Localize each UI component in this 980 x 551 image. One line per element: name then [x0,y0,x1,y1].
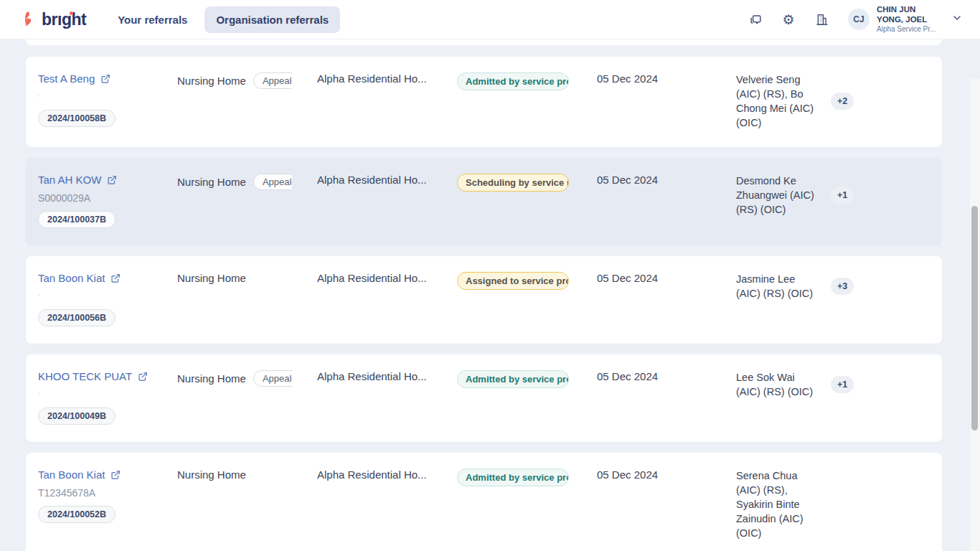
external-link-icon[interactable] [107,175,117,185]
chat-icon[interactable] [748,11,763,27]
status-badge: Admitted by service provider [457,72,569,90]
referral-row[interactable]: Tan Boon Kiat - 2024/100056B Nursing Hom… [26,256,942,344]
patient-id: T12345678A [38,487,169,499]
referral-date: 05 Dec 2024 [597,72,658,85]
external-link-icon[interactable] [100,74,110,84]
previous-card-partial [26,39,942,45]
facility-name: Alpha Residential Ho... [317,174,448,186]
status-badge: Scheduling by service provider [457,174,569,192]
service-type: Nursing Home [177,372,246,385]
more-staff-badge[interactable]: +1 [831,187,854,204]
patient-id: - [38,389,169,400]
logo-i-dot [70,11,73,15]
referral-number-badge: 2024/100058B [38,110,116,127]
patient-cell: KHOO TECK PUAT - 2024/100049B [26,370,177,425]
patient-name-link[interactable]: Tan AH KOW [38,174,101,186]
referral-list: Test A Beng - 2024/100058B Nursing Home … [0,39,980,551]
referral-number-badge: 2024/100056B [38,309,116,326]
service-type-cell: Nursing Home Appealed [177,72,292,89]
facility-name: Alpha Residential Ho... [317,272,448,284]
service-type: Nursing Home [177,272,246,284]
more-staff-badge[interactable]: +1 [831,376,854,393]
facility-name: Alpha Residential Ho... [317,468,448,481]
staff-names: Desmond Ke Zhuangwei (AIC) (RS) (OIC) [736,174,818,217]
external-link-icon[interactable] [110,470,121,480]
user-menu[interactable]: CJ CHIN JUN YONG, JOEL Alpha Service Pr.… [848,5,963,34]
header-right-cluster: ⚙ CJ CHIN JUN YONG, JOEL Alpha Service P… [748,5,963,34]
referral-date: 05 Dec 2024 [597,370,658,382]
staff-cell: Lee Sok Wai (AIC) (RS) (OIC) +1 [736,370,942,399]
service-type-cell: Nursing Home Appealed [177,370,292,387]
more-staff-badge[interactable]: +2 [831,93,854,110]
patient-id: S0000029A [38,192,169,204]
user-name: CHIN JUN YONG, JOEL [877,5,937,25]
patient-cell: Tan Boon Kiat T12345678A 2024/100052B [26,468,177,523]
patient-cell: Tan Boon Kiat - 2024/100056B [26,272,177,326]
main-nav: Your referrals Organisation referrals [106,6,340,33]
status-badge: Assigned to service provider [457,272,569,290]
staff-names: Velverie Seng (AIC) (RS), Bo Chong Mei (… [736,72,818,130]
referral-date: 05 Dec 2024 [597,468,658,481]
chevron-down-icon[interactable] [951,12,963,27]
user-organisation: Alpha Service Pr... [877,25,937,34]
service-type-cell: Nursing Home [177,468,292,481]
service-type-cell: Nursing Home Appealed [177,174,292,190]
facility-name: Alpha Residential Ho... [317,72,448,85]
patient-cell: Test A Beng - 2024/100058B [26,72,177,127]
settings-icon[interactable]: ⚙ [781,11,796,27]
appeal-badge: Appealed [253,370,292,387]
brand-name: brıght [42,10,86,29]
tab-your-referrals[interactable]: Your referrals [106,6,199,33]
staff-names: Lee Sok Wai (AIC) (RS) (OIC) [736,370,818,399]
appeal-badge: Appealed [253,72,292,89]
brand-bird-icon [20,10,39,29]
patient-name-link[interactable]: KHOO TECK PUAT [38,370,132,382]
appeal-badge: Appealed [253,174,292,190]
referral-number-badge: 2024/100049B [38,408,116,425]
referral-date: 05 Dec 2024 [597,272,658,284]
status-badge: Admitted by service provider [457,468,569,486]
service-type: Nursing Home [177,75,246,87]
organisation-icon[interactable] [814,11,829,27]
facility-name: Alpha Residential Ho... [317,370,448,382]
patient-name-link[interactable]: Test A Beng [38,72,95,85]
staff-cell: Desmond Ke Zhuangwei (AIC) (RS) (OIC) +1 [736,174,942,217]
scrollbar-track[interactable] [970,79,980,551]
referral-row[interactable]: Tan Boon Kiat T12345678A 2024/100052B Nu… [26,453,942,551]
service-type: Nursing Home [177,176,246,188]
status-badge: Admitted by service provider [457,370,569,388]
referral-date: 05 Dec 2024 [597,174,658,186]
referral-number-badge: 2024/100052B [38,506,116,523]
scrollbar-thumb[interactable] [971,206,978,430]
staff-names: Serena Chua (AIC) (RS), Syakirin Binte Z… [736,468,818,540]
patient-name-link[interactable]: Tan Boon Kiat [38,272,105,284]
referral-number-badge: 2024/100037B [38,211,116,228]
patient-cell: Tan AH KOW S0000029A 2024/100037B [26,174,177,228]
tab-organisation-referrals[interactable]: Organisation referrals [204,6,340,33]
top-navigation-bar: brıght Your referrals Organisation refer… [0,0,980,39]
patient-name-link[interactable]: Tan Boon Kiat [38,468,105,481]
referral-row[interactable]: Tan AH KOW S0000029A 2024/100037B Nursin… [26,158,942,245]
patient-id: - [38,291,169,302]
external-link-icon[interactable] [110,273,121,283]
service-type-cell: Nursing Home [177,272,292,284]
brand-logo[interactable]: brıght [20,10,86,29]
more-staff-badge[interactable]: +3 [831,278,854,295]
patient-id: - [38,91,169,103]
staff-cell: Velverie Seng (AIC) (RS), Bo Chong Mei (… [736,72,942,130]
staff-cell: Jasmine Lee (AIC) (RS) (OIC) +3 [736,272,942,301]
referral-row[interactable]: Test A Beng - 2024/100058B Nursing Home … [26,57,942,147]
staff-cell: Serena Chua (AIC) (RS), Syakirin Binte Z… [736,468,942,540]
service-type: Nursing Home [177,468,246,481]
staff-names: Jasmine Lee (AIC) (RS) (OIC) [736,272,818,301]
referral-row[interactable]: KHOO TECK PUAT - 2024/100049B Nursing Ho… [26,354,942,442]
avatar: CJ [848,9,870,30]
external-link-icon[interactable] [138,372,148,382]
